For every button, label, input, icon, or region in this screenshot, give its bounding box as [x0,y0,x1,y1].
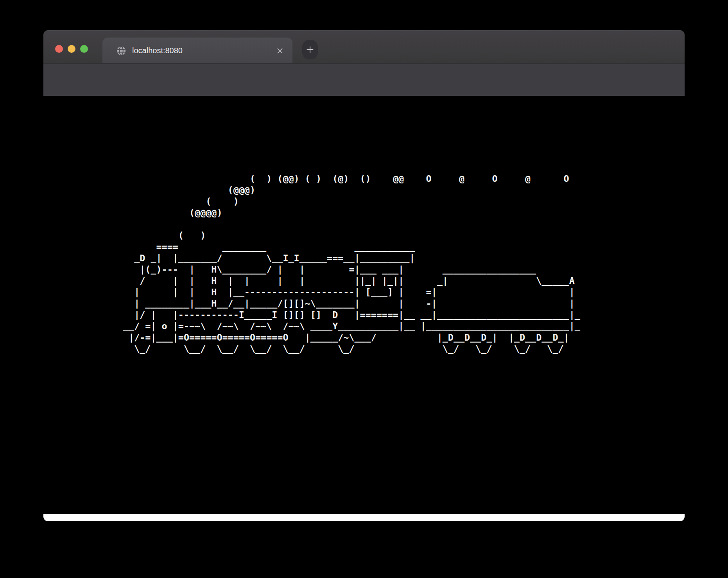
new-tab-button[interactable] [302,40,318,59]
globe-icon [116,46,126,56]
window-close-button[interactable] [55,45,63,53]
navigation-toolbar: localhost:8080 [43,63,685,96]
ascii-train-art: ( ) (@@) ( ) (@) () @@ O @ O @ O (@@@) (… [123,173,586,355]
tab-bar: localhost:8080 [43,30,685,63]
browser-window: localhost:8080 [43,30,685,521]
page-content: ( ) (@@) ( ) (@) () @@ O @ O @ O (@@@) (… [43,96,685,514]
tab-title: localhost:8080 [132,38,183,64]
window-minimize-button[interactable] [68,45,75,53]
window-zoom-button[interactable] [80,45,88,53]
plus-icon [306,46,314,54]
window-bottom-bar [43,514,685,521]
close-icon[interactable] [277,48,283,54]
tab-localhost[interactable]: localhost:8080 [102,38,292,64]
